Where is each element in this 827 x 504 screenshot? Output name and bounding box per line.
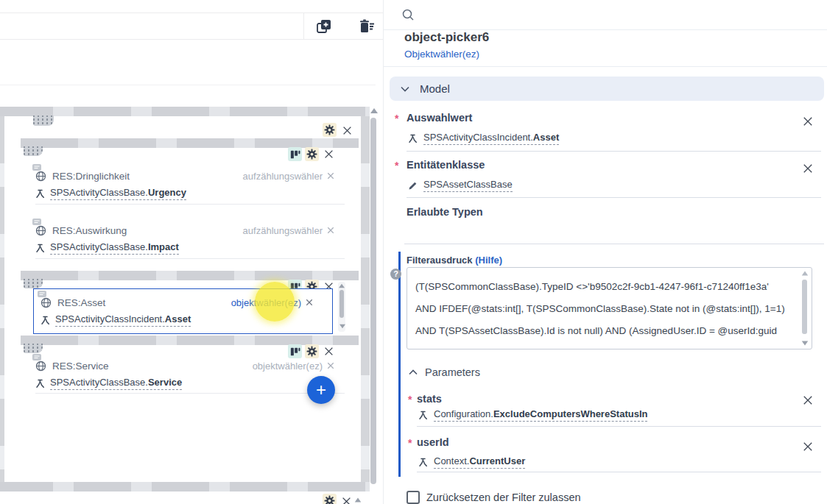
divider [384, 66, 827, 67]
group-close-button[interactable] [340, 124, 353, 137]
scroll-up-arrow[interactable] [370, 108, 378, 113]
element-close-button[interactable] [322, 344, 336, 358]
chevron-down-icon [401, 86, 409, 92]
group-border [361, 116, 370, 482]
filter-line: AND IFDEF(@stats:int[], T(SPSCommonClass… [415, 298, 792, 320]
delete-list-button[interactable] [358, 18, 377, 35]
trash-list-icon [358, 18, 377, 35]
drag-handle[interactable] [24, 344, 43, 353]
scroll-down-arrow[interactable] [339, 324, 345, 329]
filter-label: Filterausdruck (Hilfe) [407, 255, 502, 266]
textarea-scrollbar[interactable] [800, 269, 809, 347]
element-label-row: RES:Dringlichkeit [35, 168, 130, 183]
duplicate-icon [315, 18, 334, 35]
element-label: RES:Dringlichkeit [52, 171, 130, 182]
search-input[interactable] [384, 0, 827, 30]
person-binding-icon [418, 411, 428, 420]
drag-handle[interactable] [24, 146, 43, 156]
reset-filter-checkbox[interactable] [407, 491, 420, 504]
element-binding-row: SPSActivityClassIncident.Asset [41, 313, 191, 327]
filter-expression-textarea[interactable]: (T(SPSCommonClassBase).TypeID <>'b9502c2… [407, 267, 812, 349]
model-section-header[interactable]: Model [390, 77, 824, 101]
element-label-row: RES:Auswirkung [35, 223, 127, 238]
scroll-thumb[interactable] [802, 280, 807, 334]
element-type-link[interactable]: Objektwähler(ez) [404, 49, 479, 60]
clear-field-button[interactable] [803, 116, 813, 127]
group-border [0, 482, 370, 491]
scroll-up-arrow[interactable] [339, 284, 345, 288]
add-element-button[interactable]: + [307, 376, 335, 404]
param-name-stats: stats [417, 393, 442, 405]
clear-field-button[interactable] [803, 441, 813, 452]
binding-link[interactable]: SPSActivityClassIncident.Asset [55, 313, 191, 327]
binding-link[interactable]: Configuration.ExcludeComputersWhereStatu… [434, 408, 647, 422]
divider [303, 13, 304, 39]
group-border [0, 116, 4, 482]
scroll-down-arrow[interactable] [802, 341, 809, 346]
field-value-row: SPSActivityClassIncident.Asset [408, 132, 559, 145]
group-settings-button[interactable] [323, 494, 337, 504]
remove-type-button[interactable] [327, 362, 334, 369]
param-name-userid: userId [417, 436, 449, 448]
close-icon [324, 347, 334, 356]
properties-panel: object-picker6 Objektwähler(ez) Model * … [383, 0, 827, 504]
field-label-erlaubte-typen: Erlaubte Typen [407, 206, 483, 218]
help-icon[interactable]: ? [390, 269, 401, 280]
person-binding-icon [408, 134, 418, 143]
localized-label-badge [38, 291, 47, 299]
binding-link[interactable]: SPSActivityClassBase.Urgency [50, 187, 186, 200]
parameters-label: Parameters [425, 366, 480, 378]
element-type-label: aufzählungswähler [243, 171, 323, 182]
help-link[interactable]: (Hilfe) [475, 255, 502, 266]
group-scrollbar[interactable] [338, 282, 345, 332]
plus-icon: + [316, 380, 326, 400]
divider [0, 85, 376, 85]
layout-columns-button[interactable] [288, 344, 302, 358]
divider [35, 258, 345, 259]
remove-type-button[interactable] [306, 299, 313, 306]
drag-handle[interactable] [33, 116, 54, 126]
divider [35, 204, 345, 205]
drag-handle[interactable] [24, 279, 43, 288]
entity-class-link[interactable]: SPSAssetClassBase [423, 179, 513, 192]
binding-link[interactable]: Context.CurrentUser [434, 455, 525, 469]
scroll-up-arrow[interactable] [802, 271, 809, 276]
element-title: object-picker6 [404, 30, 489, 45]
divider [407, 151, 821, 152]
clear-field-button[interactable] [803, 395, 813, 405]
divider [417, 426, 821, 427]
model-section-label: Model [420, 82, 450, 95]
person-binding-icon [35, 189, 45, 199]
element-close-button[interactable] [322, 147, 336, 161]
element-label-row: RES:Service [35, 358, 109, 373]
canvas-scrollbar[interactable] [370, 107, 378, 504]
binding-link[interactable]: SPSActivityClassIncident.Asset [423, 132, 559, 145]
field-value-row: Context.CurrentUser [418, 455, 525, 469]
close-icon [342, 497, 351, 504]
remove-type-button[interactable] [327, 172, 334, 180]
element-type-label: aufzählungswähler [243, 225, 323, 236]
element-label: RES:Auswirkung [52, 225, 127, 236]
scroll-thumb[interactable] [370, 118, 376, 484]
scroll-thumb[interactable] [339, 290, 344, 318]
binding-link[interactable]: SPSActivityClassBase.Service [50, 377, 182, 390]
divider [35, 393, 345, 394]
parameters-section-header[interactable]: Parameters [409, 366, 480, 378]
reset-filter-label: Zurücksetzen der Filter zulassen [426, 491, 581, 503]
required-marker: * [408, 394, 412, 405]
layout-columns-button[interactable] [288, 147, 302, 161]
pencil-icon [408, 181, 418, 191]
binding-link[interactable]: SPSActivityClassBase.Impact [50, 241, 179, 255]
element-label: RES:Service [52, 361, 109, 372]
close-icon [324, 149, 334, 159]
remove-type-button[interactable] [327, 227, 334, 234]
element-settings-button[interactable] [305, 344, 319, 358]
columns-icon [290, 347, 300, 357]
scroll-up-arrow[interactable] [355, 498, 362, 503]
element-settings-button[interactable] [305, 147, 319, 161]
group-settings-button[interactable] [323, 123, 337, 137]
divider [417, 472, 821, 472]
clear-field-button[interactable] [803, 163, 813, 174]
group-close-button[interactable] [339, 494, 353, 504]
duplicate-button[interactable] [315, 18, 334, 35]
